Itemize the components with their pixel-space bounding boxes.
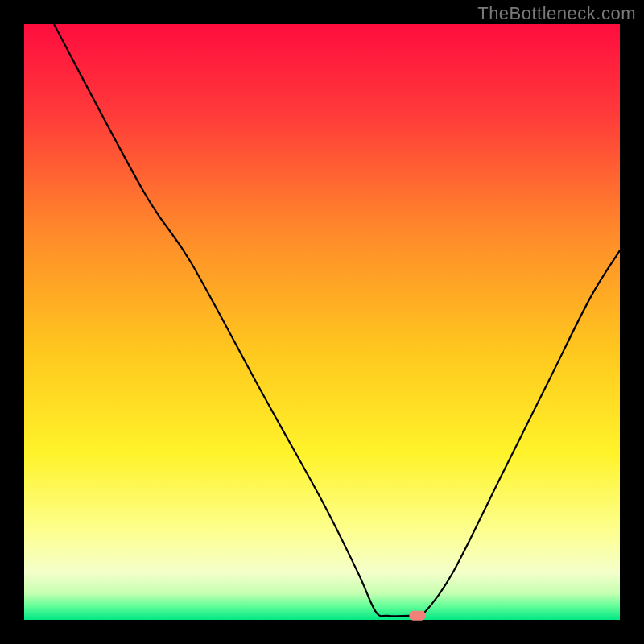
chart-frame: TheBottleneck.com — [0, 0, 644, 644]
optimal-marker — [409, 611, 425, 621]
bottleneck-chart — [0, 0, 644, 644]
plot-background — [24, 24, 620, 620]
